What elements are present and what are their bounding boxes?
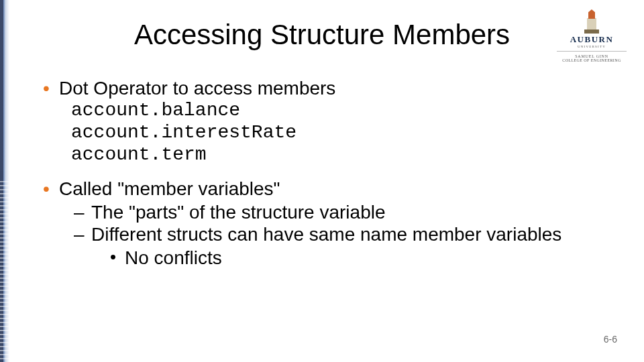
- page-number: 6-6: [604, 334, 617, 345]
- bullet-1: Dot Operator to access members account.b…: [40, 77, 617, 166]
- logo-separator: [557, 51, 627, 52]
- bullet-2-1: The "parts" of the structure variable: [74, 201, 617, 223]
- slide: AUBURN UNIVERSITY SAMUEL GINN COLLEGE OF…: [0, 0, 644, 362]
- bullet-2-2-text: Different structs can have same name mem…: [91, 224, 561, 245]
- bullet-2: Called "member variables" The "parts" of…: [40, 178, 617, 269]
- code-block: account.balance account.interestRate acc…: [71, 99, 617, 166]
- bullet-2-2-1-text: No conflicts: [125, 247, 222, 268]
- bullet-2-1-text: The "parts" of the structure variable: [91, 202, 386, 223]
- bullet-2-2: Different structs can have same name mem…: [74, 223, 617, 269]
- bullet-2-2-1: No conflicts: [110, 247, 617, 269]
- slide-body: Dot Operator to access members account.b…: [40, 77, 617, 281]
- bullet-1-text: Dot Operator to access members: [59, 78, 335, 99]
- bullet-2-text: Called "member variables": [59, 178, 280, 199]
- code-line: account.balance: [71, 99, 617, 121]
- code-line: account.interestRate: [71, 121, 617, 143]
- code-line: account.term: [71, 143, 617, 166]
- left-accent-bar: [0, 0, 9, 362]
- slide-title: Accessing Structure Members: [0, 19, 644, 51]
- logo-subtitle-2: COLLEGE OF ENGINEERING: [551, 58, 632, 62]
